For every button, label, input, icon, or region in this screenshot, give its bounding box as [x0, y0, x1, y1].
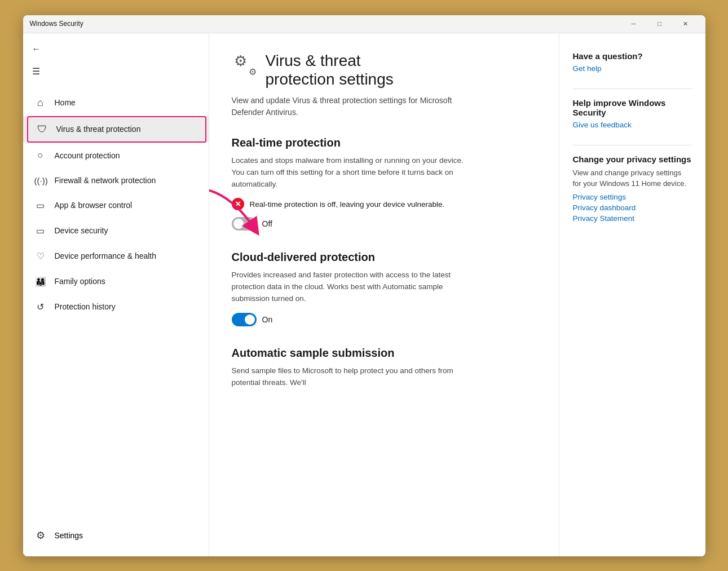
minimize-button[interactable]: ─: [621, 15, 647, 33]
sidebar-item-label-deviceperf: Device performance & health: [55, 251, 157, 260]
right-heading-help: Have a question?: [573, 51, 692, 61]
get-help-link[interactable]: Get help: [573, 64, 692, 73]
cloud-desc: Provides increased and faster protection…: [232, 269, 474, 305]
section-sample: Automatic sample submission Send sample …: [232, 347, 536, 389]
window-body: ← ☰ ⌂ Home 🛡 Virus & threat protection ○: [23, 33, 705, 556]
divider-2: [573, 145, 692, 145]
give-feedback-link[interactable]: Give us feedback: [573, 121, 692, 129]
sidebar-item-devicesec[interactable]: ▭ Device security: [23, 218, 209, 244]
firewall-icon: ((·)): [34, 176, 47, 185]
realtime-alert-text: Real-time protection is off, leaving you…: [250, 200, 445, 209]
page-header: ⚙ ⚙ Virus & threat protection settings: [232, 51, 536, 89]
sidebar-item-label-appbrowser: App & browser control: [55, 201, 133, 210]
right-heading-privacy: Change your privacy settings: [573, 154, 692, 164]
page-subtitle: View and update Virus & threat protectio…: [232, 95, 474, 118]
page-title: Virus & threat protection settings: [266, 51, 394, 89]
gear-icon-small: ⚙: [249, 67, 257, 77]
right-section-help: Have a question? Get help: [573, 51, 692, 73]
cloud-toggle-label: On: [262, 315, 273, 324]
sample-title: Automatic sample submission: [232, 347, 536, 360]
settings-icon: ⚙: [34, 529, 47, 542]
sidebar-item-label-family: Family options: [55, 277, 105, 286]
sidebar-item-appbrowser[interactable]: ▭ App & browser control: [23, 193, 209, 218]
history-icon: ↺: [34, 302, 47, 312]
close-button[interactable]: ✕: [673, 15, 699, 33]
cloud-toggle-row: On: [232, 313, 536, 326]
gear-icon-main: ⚙: [234, 52, 247, 70]
family-icon: 👨‍👩‍👧: [34, 276, 47, 287]
privacy-dashboard-link[interactable]: Privacy dashboard: [573, 203, 692, 212]
sidebar-item-label-account: Account protection: [55, 151, 120, 160]
account-icon: ○: [34, 150, 47, 161]
title-bar: Windows Security ─ □ ✕: [23, 15, 705, 33]
cloud-title: Cloud-delivered protection: [232, 251, 536, 264]
nav-items: ⌂ Home 🛡 Virus & threat protection ○ Acc…: [23, 90, 209, 517]
sidebar-item-virus[interactable]: 🛡 Virus & threat protection: [23, 116, 209, 143]
right-section-privacy: Change your privacy settings View and ch…: [573, 154, 692, 223]
window-title: Windows Security: [30, 20, 621, 28]
main-content: ⚙ ⚙ Virus & threat protection settings V…: [209, 33, 559, 556]
sidebar-item-label-devicesec: Device security: [55, 226, 108, 235]
privacy-settings-link[interactable]: Privacy settings: [573, 193, 692, 201]
deviceperf-icon: ♡: [34, 251, 47, 262]
sidebar-item-home[interactable]: ⌂ Home: [23, 90, 209, 116]
settings-label: Settings: [55, 531, 83, 540]
sidebar-item-family[interactable]: 👨‍👩‍👧 Family options: [23, 269, 209, 294]
realtime-desc: Locates and stops malware from installin…: [232, 155, 474, 191]
maximize-button[interactable]: □: [647, 15, 673, 33]
sidebar-item-history[interactable]: ↺ Protection history: [23, 294, 209, 320]
right-body-privacy: View and change privacy settings for you…: [573, 167, 692, 189]
sidebar-item-label-history: Protection history: [55, 302, 116, 311]
app-window: Windows Security ─ □ ✕ ← ☰ ⌂ Home: [23, 15, 705, 556]
realtime-title: Real-time protection: [232, 136, 536, 149]
right-section-feedback: Help improve Windows Security Give us fe…: [573, 98, 692, 129]
sidebar: ← ☰ ⌂ Home 🛡 Virus & threat protection ○: [23, 33, 209, 556]
sidebar-bottom: ⚙ Settings: [23, 517, 209, 556]
sidebar-item-deviceperf[interactable]: ♡ Device performance & health: [23, 244, 209, 269]
sidebar-item-label-home: Home: [55, 98, 76, 107]
realtime-toggle-knob: [233, 219, 244, 229]
divider-1: [573, 88, 692, 89]
annotation-arrow: [209, 183, 277, 240]
privacy-statement-link[interactable]: Privacy Statement: [573, 214, 692, 223]
section-realtime: Real-time protection Locates and stops m…: [232, 136, 536, 231]
sidebar-item-label-firewall: Firewall & network protection: [55, 176, 156, 185]
realtime-toggle[interactable]: [232, 217, 257, 231]
sidebar-top: ← ☰: [23, 33, 209, 90]
sidebar-item-label-virus: Virus & threat protection: [56, 125, 141, 134]
cloud-toggle[interactable]: [232, 313, 257, 326]
sidebar-item-account[interactable]: ○ Account protection: [23, 143, 209, 169]
devicesec-icon: ▭: [34, 225, 47, 236]
virus-shield-icon: 🛡: [36, 123, 48, 135]
cloud-toggle-knob: [245, 315, 255, 325]
realtime-toggle-label: Off: [262, 219, 272, 228]
appbrowser-icon: ▭: [34, 200, 47, 211]
realtime-alert-row: ✕ Real-time protection is off, leaving y…: [232, 198, 536, 210]
home-icon: ⌂: [34, 97, 47, 109]
window-controls: ─ □ ✕: [621, 15, 699, 33]
back-button[interactable]: ←: [32, 40, 50, 58]
sidebar-item-firewall[interactable]: ((·)) Firewall & network protection: [23, 169, 209, 193]
sidebar-item-settings[interactable]: ⚙ Settings: [34, 524, 197, 547]
sample-desc: Send sample files to Microsoft to help p…: [232, 365, 474, 389]
right-heading-feedback: Help improve Windows Security: [573, 98, 692, 117]
right-panel: Have a question? Get help Help improve W…: [559, 33, 705, 556]
section-cloud: Cloud-delivered protection Provides incr…: [232, 251, 536, 326]
realtime-toggle-row: Off: [232, 217, 536, 231]
alert-icon-realtime: ✕: [232, 198, 244, 210]
header-icon-wrapper: ⚙ ⚙: [232, 52, 257, 77]
hamburger-button[interactable]: ☰: [32, 63, 50, 81]
